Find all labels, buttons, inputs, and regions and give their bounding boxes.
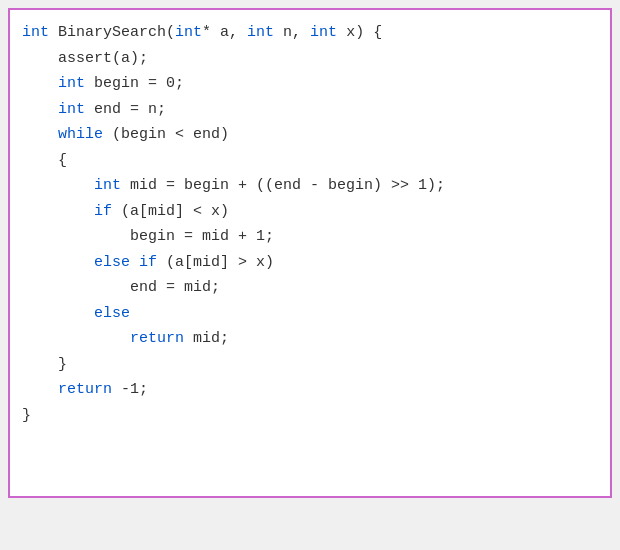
keyword-token: int [247, 24, 274, 41]
code-line: while (begin < end) [22, 122, 598, 148]
code-line: } [22, 403, 598, 429]
code-token: BinarySearch( [49, 24, 175, 41]
code-token [22, 101, 58, 118]
code-line: if (a[mid] < x) [22, 199, 598, 225]
code-token [130, 254, 139, 271]
keyword-token: int [94, 177, 121, 194]
code-token: mid = begin + ((end - begin) >> 1); [121, 177, 445, 194]
code-token: (a[mid] > x) [157, 254, 274, 271]
code-token: begin = 0; [85, 75, 184, 92]
code-line: int end = n; [22, 97, 598, 123]
keyword-token: int [22, 24, 49, 41]
keyword-token: int [175, 24, 202, 41]
keyword-token: else [94, 254, 130, 271]
keyword-token: while [58, 126, 103, 143]
code-line: return mid; [22, 326, 598, 352]
code-token: (a[mid] < x) [112, 203, 229, 220]
code-token: * a, [202, 24, 247, 41]
code-token: } [22, 356, 67, 373]
code-token: -1; [112, 381, 148, 398]
code-token [22, 126, 58, 143]
keyword-token: return [58, 381, 112, 398]
code-line: else if (a[mid] > x) [22, 250, 598, 276]
code-line: begin = mid + 1; [22, 224, 598, 250]
code-token [22, 330, 130, 347]
keyword-token: if [139, 254, 157, 271]
keyword-token: if [94, 203, 112, 220]
code-token [22, 305, 94, 322]
code-token: begin = mid + 1; [22, 228, 274, 245]
code-token: { [22, 152, 67, 169]
code-token [22, 381, 58, 398]
keyword-token: int [58, 101, 85, 118]
code-token: end = mid; [22, 279, 220, 296]
keyword-token: else [94, 305, 130, 322]
keyword-token: int [310, 24, 337, 41]
code-line: int mid = begin + ((end - begin) >> 1); [22, 173, 598, 199]
code-token: (begin < end) [103, 126, 229, 143]
code-token [22, 177, 94, 194]
code-line: int BinarySearch(int* a, int n, int x) { [22, 20, 598, 46]
code-token [22, 75, 58, 92]
keyword-token: int [58, 75, 85, 92]
code-line: else [22, 301, 598, 327]
code-token [22, 203, 94, 220]
code-token: end = n; [85, 101, 166, 118]
code-token: assert(a); [22, 50, 148, 67]
code-line: assert(a); [22, 46, 598, 72]
code-line: return -1; [22, 377, 598, 403]
code-token [22, 254, 94, 271]
code-editor: int BinarySearch(int* a, int n, int x) {… [8, 8, 612, 498]
code-token: mid; [184, 330, 229, 347]
code-line: } [22, 352, 598, 378]
code-line: int begin = 0; [22, 71, 598, 97]
code-line: end = mid; [22, 275, 598, 301]
code-line: { [22, 148, 598, 174]
code-token: x) { [337, 24, 382, 41]
code-token: } [22, 407, 31, 424]
code-token: n, [274, 24, 310, 41]
keyword-token: return [130, 330, 184, 347]
